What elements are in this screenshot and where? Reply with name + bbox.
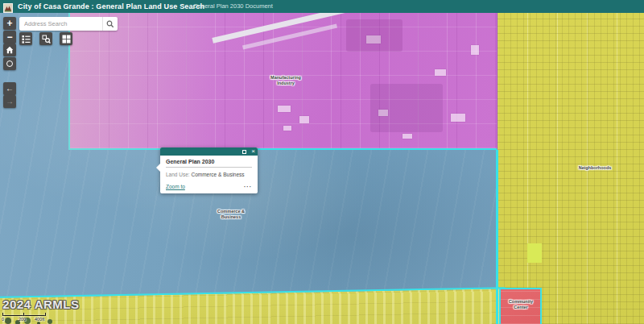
land-use-field: Land Use: Commerce & Business [166,172,252,177]
map-region-community-center[interactable] [499,288,542,324]
general-plan-document-link[interactable]: General Plan 2030 Document [193,0,273,13]
map-region-fields-bottom[interactable] [0,287,506,324]
popup-maximize-icon[interactable] [242,150,246,154]
home-icon [6,46,14,54]
map-region-neighborhoods[interactable] [497,13,644,324]
layer-search-button[interactable] [39,32,52,45]
zoom-in-button[interactable]: + [3,17,16,30]
zoom-out-button[interactable]: − [3,31,16,44]
layer-search-icon [42,35,51,44]
basemap-grid-icon [62,35,71,44]
locate-icon [6,60,13,67]
zone-boundary-line [496,150,498,324]
popup-close-icon[interactable]: × [251,147,255,156]
locate-button[interactable] [3,57,16,70]
park-area [527,243,542,263]
search-button[interactable] [102,17,118,31]
city-seal-logo [3,2,13,11]
legend-icon [22,35,31,44]
previous-extent-button[interactable]: ← [3,82,16,95]
search-icon [106,20,114,28]
app-window: City of Casa Grande : General Plan Land … [0,0,644,324]
next-extent-button[interactable]: → [3,95,16,108]
home-button[interactable] [3,44,16,56]
basemap-gallery-button[interactable] [60,32,72,45]
search-input[interactable] [19,17,102,31]
more-options-button[interactable]: ··· [244,185,252,189]
legend-button[interactable] [19,32,32,45]
vegetation-decoration [5,318,11,324]
page-title: City of Casa Grande : General Plan Land … [18,0,204,13]
zoom-to-link[interactable]: Zoom to [166,184,185,189]
popup-header[interactable]: × [160,147,258,156]
popup-title: General Plan 2030 [166,159,252,168]
popup-callout-arrow [156,164,160,172]
app-header: City of Casa Grande : General Plan Land … [0,0,644,13]
address-search-box [19,17,118,31]
map-canvas[interactable]: Manufacturing Industry Commerce & Busine… [0,13,644,324]
label-commerce-business: Commerce & Business [217,209,245,220]
map-region-manufacturing-industry[interactable] [68,13,497,150]
feature-popup: × General Plan 2030 Land Use: Commerce &… [160,147,258,193]
